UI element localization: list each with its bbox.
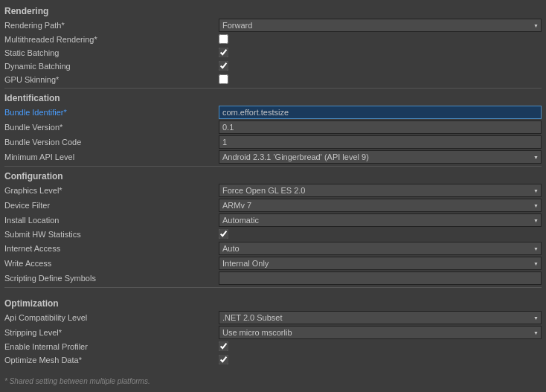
write-access-select[interactable]: Internal Only	[219, 257, 542, 270]
min-api-row: Minimum API Level Android 2.3.1 'Gingerb…	[0, 150, 546, 164]
device-filter-label: Device Filter	[4, 201, 219, 210]
enable-profiler-label: Enable Internal Profiler	[4, 342, 219, 351]
stripping-level-wrapper: Use micro mscorlib	[219, 326, 542, 339]
scripting-define-input[interactable]	[219, 271, 542, 285]
stripping-level-label: Stripping Level*	[4, 328, 219, 337]
api-compat-wrapper: .NET 2.0 Subset	[219, 311, 542, 324]
device-filter-wrapper: ARMv 7	[219, 199, 542, 212]
api-compat-row: Api Compatibility Level .NET 2.0 Subset	[0, 310, 546, 325]
gpu-skinning-control	[219, 74, 542, 86]
gpu-skinning-label: GPU Skinning*	[4, 75, 219, 84]
optimize-mesh-checkbox[interactable]	[219, 355, 228, 364]
scripting-define-label: Scripting Define Symbols	[4, 274, 219, 283]
write-access-row: Write Access Internal Only	[0, 256, 546, 271]
spacer	[0, 289, 546, 295]
bundle-version-code-input[interactable]	[219, 135, 542, 149]
scripting-define-row: Scripting Define Symbols	[0, 271, 546, 286]
min-api-control: Android 2.3.1 'Gingerbread' (API level 9…	[219, 150, 542, 164]
install-location-wrapper: Automatic	[219, 213, 542, 227]
static-batching-row: Static Batching	[0, 46, 546, 60]
bundle-id-control	[219, 106, 542, 119]
internet-access-row: Internet Access Auto	[0, 241, 546, 256]
optimization-section: Optimization Api Compatibility Level .NE…	[0, 295, 546, 367]
min-api-wrapper: Android 2.3.1 'Gingerbread' (API level 9…	[219, 150, 542, 164]
optimization-header: Optimization	[0, 295, 546, 310]
bundle-version-row: Bundle Version*	[0, 120, 546, 135]
submit-hw-checkbox[interactable]	[219, 229, 228, 239]
rendering-path-control: Forward Deferred	[219, 19, 542, 32]
gpu-skinning-checkbox[interactable]	[219, 74, 228, 84]
write-access-wrapper: Internal Only	[219, 257, 542, 270]
multithreaded-label: Multithreaded Rendering*	[4, 35, 219, 44]
min-api-label: Minimum API Level	[4, 152, 219, 161]
internet-access-select[interactable]: Auto	[219, 242, 542, 255]
api-compat-select[interactable]: .NET 2.0 Subset	[219, 311, 542, 324]
optimize-mesh-label: Optimize Mesh Data*	[4, 356, 219, 364]
rendering-path-row: Rendering Path* Forward Deferred	[0, 18, 546, 33]
bundle-version-label: Bundle Version*	[4, 123, 219, 132]
submit-hw-row: Submit HW Statistics	[0, 228, 546, 241]
device-filter-row: Device Filter ARMv 7	[0, 198, 546, 213]
internet-access-control: Auto	[219, 242, 542, 255]
enable-profiler-control	[219, 341, 542, 353]
enable-profiler-checkbox[interactable]	[219, 341, 228, 351]
optimize-mesh-row: Optimize Mesh Data*	[0, 353, 546, 367]
install-location-control: Automatic	[219, 213, 542, 227]
write-access-label: Write Access	[4, 259, 219, 268]
identification-section: Identification Bundle Identifier* Bundle…	[0, 90, 546, 164]
static-batching-control	[219, 48, 542, 59]
static-batching-checkbox[interactable]	[219, 48, 228, 57]
dynamic-batching-control	[219, 61, 542, 72]
submit-hw-control	[219, 229, 542, 240]
scripting-define-control	[219, 271, 542, 285]
multithreaded-control	[219, 34, 542, 45]
bundle-version-input[interactable]	[219, 121, 542, 134]
rendering-path-select[interactable]: Forward Deferred	[219, 19, 542, 32]
enable-profiler-row: Enable Internal Profiler	[0, 340, 546, 353]
stripping-level-row: Stripping Level* Use micro mscorlib	[0, 325, 546, 340]
dynamic-batching-label: Dynamic Batching	[4, 62, 219, 71]
optimize-mesh-control	[219, 355, 542, 366]
rendering-path-label: Rendering Path*	[4, 21, 219, 30]
divider-3	[4, 287, 542, 288]
internet-access-wrapper: Auto	[219, 242, 542, 255]
rendering-header: Rendering	[0, 3, 546, 18]
bundle-id-label: Bundle Identifier*	[4, 108, 219, 117]
api-compat-control: .NET 2.0 Subset	[219, 311, 542, 324]
min-api-select[interactable]: Android 2.3.1 'Gingerbread' (API level 9…	[219, 150, 542, 164]
stripping-level-select[interactable]: Use micro mscorlib	[219, 326, 542, 339]
graphics-level-control: Force Open GL ES 2.0	[219, 184, 542, 197]
static-batching-label: Static Batching	[4, 48, 219, 57]
stripping-level-control: Use micro mscorlib	[219, 326, 542, 339]
divider-2	[4, 166, 542, 167]
configuration-header: Configuration	[0, 168, 546, 183]
install-location-row: Install Location Automatic	[0, 213, 546, 228]
identification-header: Identification	[0, 90, 546, 105]
rendering-section: Rendering Rendering Path* Forward Deferr…	[0, 3, 546, 86]
dynamic-batching-row: Dynamic Batching	[0, 60, 546, 73]
graphics-level-label: Graphics Level*	[4, 186, 219, 195]
settings-panel: Rendering Rendering Path* Forward Deferr…	[0, 0, 546, 391]
rendering-path-wrapper: Forward Deferred	[219, 19, 542, 32]
api-compat-label: Api Compatibility Level	[4, 313, 219, 322]
device-filter-control: ARMv 7	[219, 199, 542, 212]
internet-access-label: Internet Access	[4, 244, 219, 253]
bundle-version-code-label: Bundle Version Code	[4, 138, 219, 147]
submit-hw-label: Submit HW Statistics	[4, 230, 219, 239]
install-location-label: Install Location	[4, 216, 219, 225]
bottom-spacer	[0, 368, 546, 374]
multithreaded-checkbox[interactable]	[219, 34, 228, 44]
graphics-level-row: Graphics Level* Force Open GL ES 2.0	[0, 183, 546, 198]
bundle-id-row: Bundle Identifier*	[0, 105, 546, 120]
install-location-select[interactable]: Automatic	[219, 213, 542, 227]
bundle-id-input[interactable]	[219, 106, 542, 119]
graphics-level-wrapper: Force Open GL ES 2.0	[219, 184, 542, 197]
bundle-version-code-control	[219, 135, 542, 149]
dynamic-batching-checkbox[interactable]	[219, 61, 228, 71]
bundle-version-code-row: Bundle Version Code	[0, 135, 546, 150]
divider-1	[4, 88, 542, 89]
multithreaded-row: Multithreaded Rendering*	[0, 33, 546, 46]
device-filter-select[interactable]: ARMv 7	[219, 199, 542, 212]
graphics-level-select[interactable]: Force Open GL ES 2.0	[219, 184, 542, 197]
bundle-version-control	[219, 121, 542, 134]
